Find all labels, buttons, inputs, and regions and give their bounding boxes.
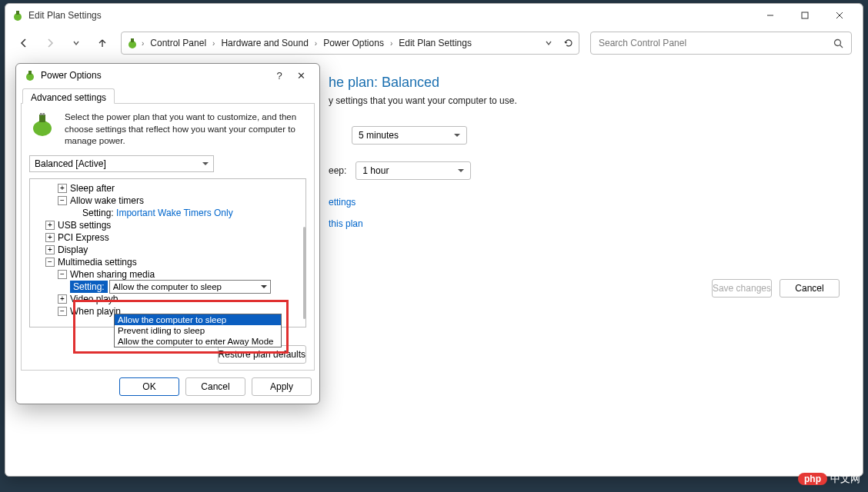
- up-button[interactable]: [95, 35, 110, 51]
- tree-sharing-setting: Setting: Allow the computer to sleep: [32, 281, 304, 293]
- titlebar: Edit Plan Settings: [5, 4, 863, 27]
- setting-label: Setting:: [70, 281, 108, 293]
- power-options-icon: [24, 69, 36, 81]
- watermark-cn: 中文网: [830, 472, 860, 486]
- minimize-button[interactable]: [753, 5, 787, 26]
- collapse-icon[interactable]: −: [58, 270, 67, 279]
- breadcrumb[interactable]: › Control Panel › Hardware and Sound › P…: [121, 32, 579, 55]
- svg-rect-3: [802, 12, 808, 18]
- sleep-select[interactable]: 1 hour: [356, 161, 471, 180]
- dialog-button-row: OK Cancel Apply: [119, 377, 312, 396]
- power-options-dialog: Power Options ? ✕ Advanced settings Sele…: [15, 63, 320, 404]
- svg-rect-13: [39, 115, 45, 122]
- tree-allow-wake[interactable]: −Allow wake timers: [32, 194, 304, 207]
- close-button[interactable]: [822, 5, 856, 26]
- apply-button[interactable]: Apply: [252, 377, 312, 396]
- display-off-select[interactable]: 5 minutes: [352, 126, 467, 145]
- help-button[interactable]: ?: [269, 70, 290, 81]
- crumb-control-panel[interactable]: Control Panel: [147, 36, 209, 50]
- plan-select[interactable]: Balanced [Active]: [29, 155, 214, 172]
- dialog-titlebar: Power Options ? ✕: [16, 64, 319, 87]
- power-options-icon: [126, 37, 139, 49]
- setting-combobox[interactable]: Allow the computer to sleep: [109, 280, 271, 294]
- tree-multimedia[interactable]: −Multimedia settings: [32, 256, 304, 268]
- window-title: Edit Plan Settings: [28, 10, 753, 21]
- tree-wake-setting[interactable]: Setting: Important Wake Timers Only: [32, 207, 304, 219]
- search-input[interactable]: Search Control Panel: [590, 32, 852, 55]
- expand-icon[interactable]: +: [45, 233, 55, 242]
- svg-line-9: [840, 45, 843, 48]
- tree-sleep-after[interactable]: +Sleep after: [32, 182, 304, 194]
- watermark: php 中文网: [798, 472, 860, 486]
- tree-usb[interactable]: +USB settings: [32, 219, 304, 231]
- chevron-down-icon[interactable]: [545, 39, 553, 47]
- chevron-right-icon: ›: [390, 39, 392, 48]
- crumb-hardware[interactable]: Hardware and Sound: [218, 36, 311, 50]
- collapse-icon[interactable]: −: [58, 196, 67, 205]
- battery-icon: [29, 111, 55, 138]
- main-action-row: Save changes Cancel: [712, 279, 840, 298]
- svg-rect-11: [28, 71, 32, 75]
- intro-text: Select the power plan that you want to c…: [65, 111, 306, 148]
- svg-rect-15: [43, 113, 45, 115]
- expand-icon[interactable]: +: [45, 221, 55, 230]
- tree-video-playback[interactable]: +Video playb: [32, 293, 304, 305]
- crumb-power-options[interactable]: Power Options: [320, 36, 387, 50]
- dialog-close-button[interactable]: ✕: [290, 70, 312, 81]
- save-changes-button[interactable]: Save changes: [712, 279, 772, 298]
- toolbar: › Control Panel › Hardware and Sound › P…: [5, 27, 863, 59]
- scrollbar-thumb[interactable]: [303, 227, 305, 319]
- tree-display[interactable]: +Display: [32, 244, 304, 256]
- svg-rect-1: [16, 11, 19, 15]
- collapse-icon[interactable]: −: [58, 307, 67, 316]
- sleep-row: eep: 1 hour: [329, 161, 863, 180]
- page-title: he plan: Balanced: [329, 75, 863, 91]
- dialog-title: Power Options: [41, 70, 269, 81]
- tree-pci[interactable]: +PCI Express: [32, 231, 304, 244]
- link-restore[interactable]: this plan: [329, 218, 863, 229]
- page-desc: y settings that you want your computer t…: [329, 95, 863, 106]
- dialog-cancel-button[interactable]: Cancel: [185, 377, 245, 396]
- recent-dropdown[interactable]: [68, 35, 84, 51]
- dropdown-option[interactable]: Allow the computer to sleep: [115, 314, 281, 325]
- maximize-button[interactable]: [787, 5, 822, 26]
- expand-icon[interactable]: +: [58, 184, 67, 193]
- link-advanced[interactable]: ettings: [329, 197, 863, 208]
- chevron-right-icon: ›: [315, 39, 317, 48]
- cancel-button[interactable]: Cancel: [780, 279, 840, 298]
- search-placeholder: Search Control Panel: [599, 38, 686, 48]
- tab-header: Advanced settings: [16, 87, 319, 104]
- setting-dropdown-list[interactable]: Allow the computer to sleep Prevent idli…: [114, 314, 282, 347]
- refresh-icon[interactable]: [563, 38, 574, 48]
- expand-icon[interactable]: +: [58, 294, 67, 304]
- svg-point-12: [33, 121, 52, 136]
- restore-defaults-button[interactable]: Restore plan defaults: [218, 345, 306, 364]
- watermark-php: php: [798, 473, 827, 485]
- svg-rect-14: [40, 113, 42, 115]
- svg-point-8: [835, 39, 841, 45]
- crumb-edit-plan[interactable]: Edit Plan Settings: [396, 36, 475, 50]
- power-options-icon: [12, 9, 24, 22]
- sleep-label: eep:: [329, 165, 346, 176]
- dropdown-option[interactable]: Prevent idling to sleep: [115, 325, 281, 336]
- settings-tree[interactable]: +Sleep after −Allow wake timers Setting:…: [29, 178, 306, 327]
- expand-icon[interactable]: +: [45, 245, 55, 254]
- chevron-right-icon: ›: [142, 39, 144, 48]
- collapse-icon[interactable]: −: [45, 258, 55, 267]
- forward-button[interactable]: [42, 35, 58, 51]
- window-controls: [753, 5, 856, 26]
- ok-button[interactable]: OK: [119, 377, 179, 396]
- dropdown-option[interactable]: Allow the computer to enter Away Mode: [115, 336, 281, 347]
- svg-rect-7: [131, 38, 134, 42]
- chevron-right-icon: ›: [212, 39, 215, 48]
- tab-advanced[interactable]: Advanced settings: [22, 88, 115, 104]
- search-icon: [833, 38, 843, 48]
- tree-sharing-media[interactable]: −When sharing media: [32, 268, 304, 281]
- display-off-row: 5 minutes: [329, 126, 863, 145]
- dialog-intro: Select the power plan that you want to c…: [29, 111, 306, 148]
- back-button[interactable]: [16, 35, 32, 51]
